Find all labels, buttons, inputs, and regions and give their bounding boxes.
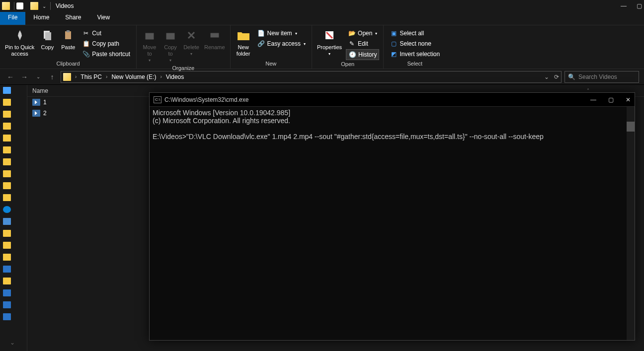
breadcrumb-videos[interactable]: Videos	[166, 73, 184, 80]
group-new: New folder 📄 New item ▾ 🔗 Easy access ▾ …	[231, 25, 312, 69]
breadcrumb-volume[interactable]: New Volume (E:)	[111, 73, 156, 80]
scissors-icon: ✂	[82, 29, 90, 37]
tab-share[interactable]: Share	[57, 12, 89, 25]
chevron-right-icon[interactable]: ›	[160, 74, 161, 79]
new-item-icon: 📄	[257, 29, 265, 37]
folder-icon[interactable]	[3, 123, 11, 130]
folder-icon[interactable]	[3, 242, 11, 249]
address-dropdown-button[interactable]: ⌄	[544, 73, 549, 80]
copy-icon	[39, 27, 55, 43]
properties-icon	[322, 27, 337, 43]
cmd-maximize-button[interactable]: ▢	[608, 96, 614, 103]
tab-file[interactable]: File	[0, 12, 25, 25]
scroll-down-icon[interactable]: ⌄	[10, 339, 15, 346]
group-organize: Move to ▾ Copy to ▾ Delete ▾	[137, 25, 231, 69]
history-icon: 🕘	[348, 51, 356, 59]
rename-button[interactable]: Rename	[203, 26, 226, 52]
folder-icon[interactable]	[3, 278, 11, 284]
this-pc-icon[interactable]	[3, 218, 11, 225]
folder-icon[interactable]	[3, 99, 11, 106]
drive-icon[interactable]	[3, 266, 11, 273]
copy-button[interactable]: Copy	[38, 26, 56, 52]
explorer-titlebar: ⌄ Videos — ▢	[0, 0, 644, 12]
tab-home[interactable]: Home	[25, 12, 57, 25]
up-button[interactable]: ↑	[47, 71, 58, 82]
properties-button[interactable]: Properties ▾	[316, 26, 343, 58]
folder-icon	[30, 2, 38, 10]
svg-rect-6	[211, 33, 219, 37]
drive-icon[interactable]	[3, 289, 11, 296]
chevron-right-icon[interactable]: ›	[106, 74, 107, 79]
folder-icon[interactable]	[3, 135, 11, 141]
cmd-close-button[interactable]: ✕	[626, 96, 631, 103]
move-to-icon	[142, 27, 158, 43]
open-button[interactable]: 📂 Open ▾	[346, 28, 379, 38]
tab-view[interactable]: View	[89, 12, 118, 25]
drive-icon[interactable]	[3, 313, 11, 320]
folder-icon[interactable]	[3, 158, 11, 165]
new-item-button[interactable]: 📄 New item ▾	[255, 28, 308, 38]
ribbon-tabstrip: File Home Share View	[0, 12, 644, 25]
column-name[interactable]: Name	[32, 87, 92, 94]
select-none-button[interactable]: ▢ Select none	[388, 39, 442, 49]
folder-icon[interactable]	[3, 182, 11, 189]
edit-icon: ✎	[348, 40, 356, 48]
cmd-scrollbar[interactable]	[627, 107, 635, 340]
navigation-pane[interactable]: ⌄	[0, 85, 27, 351]
new-folder-button[interactable]: New folder	[235, 26, 252, 58]
group-label-open: Open	[341, 60, 354, 68]
delete-icon	[183, 27, 199, 43]
copy-to-button[interactable]: Copy to ▾	[161, 26, 179, 64]
video-file-icon	[32, 99, 40, 106]
refresh-button[interactable]: ⟳	[554, 73, 559, 80]
copy-to-icon	[162, 27, 178, 43]
svg-rect-5	[166, 33, 174, 39]
delete-button[interactable]: Delete ▾	[182, 26, 200, 58]
breadcrumb-this-pc[interactable]: This PC	[80, 73, 102, 80]
address-toolbar: ← → ⌄ ↑ › This PC › New Volume (E:) › Vi…	[0, 69, 644, 85]
folder-icon[interactable]	[3, 194, 11, 201]
pin-to-quick-access-button[interactable]: Pin to Quick access	[4, 26, 35, 58]
folder-icon[interactable]	[3, 146, 11, 153]
paste-shortcut-button[interactable]: 📎 Paste shortcut	[80, 49, 132, 59]
qat-caret-icon[interactable]: ⌄	[42, 3, 46, 9]
folder-icon[interactable]	[3, 254, 11, 261]
cut-button[interactable]: ✂ Cut	[80, 28, 132, 38]
folder-icon[interactable]	[3, 111, 11, 118]
minimize-button[interactable]: —	[621, 2, 627, 9]
back-button[interactable]: ←	[5, 71, 16, 82]
onedrive-icon[interactable]	[3, 206, 11, 213]
forward-button[interactable]: →	[19, 71, 30, 82]
folder-icon[interactable]	[3, 170, 11, 177]
maximize-button[interactable]: ▢	[637, 2, 642, 9]
cmd-minimize-button[interactable]: —	[590, 96, 596, 103]
select-all-button[interactable]: ▣ Select all	[388, 28, 442, 38]
search-placeholder: Search Videos	[578, 73, 617, 80]
copy-path-icon: 📋	[82, 40, 90, 48]
edit-button[interactable]: ✎ Edit	[346, 39, 379, 49]
group-label-new: New	[265, 60, 276, 68]
folder-icon[interactable]	[3, 230, 11, 237]
history-button[interactable]: 🕘 History	[346, 49, 379, 60]
breadcrumb-bar[interactable]: › This PC › New Volume (E:) › Videos ⌄ ⟳	[61, 71, 562, 83]
copy-path-button[interactable]: 📋 Copy path	[80, 39, 132, 49]
invert-selection-button[interactable]: ◩ Invert selection	[388, 49, 442, 59]
cmd-icon: C:\	[154, 96, 161, 103]
cmd-titlebar[interactable]: C:\ C:\Windows\System32\cmd.exe — ▢ ✕	[150, 93, 635, 107]
group-label-select: Select	[407, 60, 423, 68]
recent-locations-button[interactable]: ⌄	[33, 71, 44, 82]
qat-save-icon[interactable]	[16, 2, 23, 9]
quick-access-icon[interactable]	[3, 87, 11, 94]
cmd-window[interactable]: C:\ C:\Windows\System32\cmd.exe — ▢ ✕ Mi…	[149, 92, 635, 341]
drive-icon[interactable]	[3, 301, 11, 308]
move-to-button[interactable]: Move to ▾	[141, 26, 159, 64]
easy-access-button[interactable]: 🔗 Easy access ▾	[255, 39, 308, 49]
paste-button[interactable]: Paste	[59, 26, 77, 52]
svg-rect-3	[67, 30, 70, 32]
search-box[interactable]: 🔍 Search Videos	[564, 71, 639, 83]
svg-rect-2	[65, 31, 71, 39]
cmd-scroll-thumb[interactable]	[627, 122, 635, 132]
cmd-output[interactable]: Microsoft Windows [Version 10.0.19042.98…	[150, 107, 635, 340]
chevron-right-icon[interactable]: ›	[75, 74, 77, 79]
video-file-icon	[32, 110, 40, 117]
